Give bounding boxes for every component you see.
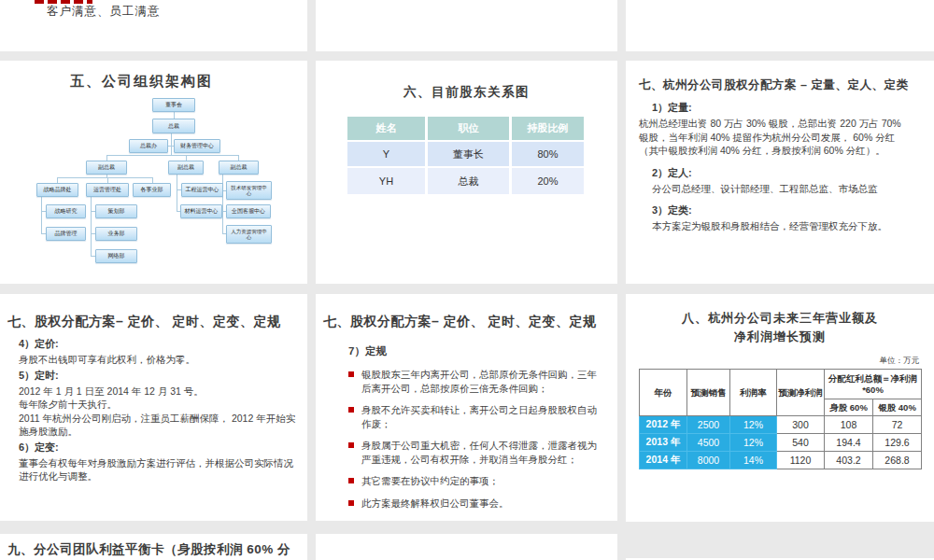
column-subheader: 身股 60%: [825, 399, 873, 416]
table-cell: 20%: [512, 168, 584, 194]
table-cell: 2013 年: [640, 434, 687, 452]
item-heading: 6）定变:: [19, 441, 298, 455]
org-node-network-dept[interactable]: 网络部: [95, 249, 137, 263]
table-cell: 12%: [730, 434, 777, 452]
org-node-strategy-research[interactable]: 战略研究: [46, 204, 86, 218]
slide-title: 七、股权分配方案– 定价、 定时、定变、定规: [323, 313, 610, 329]
table-cell: Y: [347, 142, 425, 166]
item-body: 董事会有权每年对身股激励方案进行评估，并根据公司实际情况进行优化与调整。: [19, 456, 298, 483]
list-item: 其它需要在协议中约定的事项；: [348, 474, 604, 488]
org-node-brand-mgmt[interactable]: 品牌管理: [46, 227, 86, 241]
slide-title: 七、股权分配方案– 定价、 定时、定变、定规: [7, 313, 300, 329]
column-header: 年份: [640, 370, 687, 416]
org-node-hr-center[interactable]: 人力资源管理中心: [226, 225, 272, 244]
item-heading: 7）定规: [348, 344, 617, 358]
org-node-tech-rd-center[interactable]: 技术研发管理中心: [226, 181, 272, 200]
slide-thumbnail-balance-card[interactable]: 九、分公司团队利益平衡卡（身股按利润 60% 分: [0, 534, 307, 560]
table-cell: 72: [873, 416, 922, 434]
bullet-square-icon: [348, 371, 354, 377]
org-node-business-units[interactable]: 各事业部: [133, 183, 171, 197]
org-node-president-office[interactable]: 总裁办: [129, 139, 168, 153]
column-header-group: 分配红利总额＝净利润*60%: [825, 370, 922, 399]
slide-title: 七、杭州分公司股权分配方案 – 定量、定人、定类: [639, 77, 925, 92]
slide-thumbnail-plan-quantity[interactable]: 七、杭州分公司股权分配方案 – 定量、定人、定类 1）定量: 杭州总经理出资 8…: [626, 61, 934, 284]
org-node-national-service[interactable]: 全国客服中心: [226, 204, 271, 218]
table-cell: 4500: [687, 434, 730, 452]
table-row: 2012 年 2500 12% 300 108 72: [640, 416, 922, 434]
bullet-text: 身股不允许买卖和转让，离开公司之日起身股股权自动作废；: [361, 403, 604, 430]
org-connector: [57, 177, 153, 178]
table-cell: 1120: [777, 452, 825, 469]
org-node-vp3[interactable]: 副总裁: [219, 161, 259, 175]
table-cell: 540: [777, 434, 825, 452]
org-connector: [171, 133, 172, 155]
org-node-president[interactable]: 总裁: [152, 119, 195, 133]
org-node-operations-mgmt[interactable]: 运营管理处: [86, 183, 129, 197]
item-body: 2012 年 1 月 1 日至 2014 年 12 月 31 号。 每年除夕前十…: [19, 385, 298, 439]
mission-text: 客户满意、员工满意: [47, 4, 161, 20]
item-heading: 5）定时:: [19, 369, 298, 383]
org-connector: [106, 155, 239, 156]
bullet-text: 身股属于公司重大机密，任何人不得泄露，泄露者视为严重违规，公司有权开除，并取消当…: [361, 439, 604, 466]
item-body: 本方案定为银股和身股相结合，经营管理权充分下放。: [652, 219, 923, 233]
org-node-planning-dept[interactable]: 策划部: [95, 204, 137, 218]
bullet-square-icon: [348, 500, 354, 506]
list-item: 银股股东三年内离开公司，总部原价无条件回购，三年后离开公司，总部按原价三倍无条件…: [348, 368, 604, 395]
org-connector: [91, 197, 92, 256]
table-cell: 403.2: [825, 452, 873, 469]
bullet-square-icon: [348, 407, 354, 413]
org-node-engineering-center[interactable]: 工程运营中心: [181, 183, 223, 197]
org-node-materials-center[interactable]: 材料运营中心: [180, 204, 222, 218]
slide-title: 八、杭州分公司未来三年营业额及 净利润增长预测: [626, 309, 934, 346]
column-header: 利润率: [730, 370, 777, 416]
slide-thumbnail-mission[interactable]: 客户满意、员工满意: [0, 0, 307, 51]
column-header: 预测销售: [687, 370, 730, 416]
slide-thumbnail-blank-3[interactable]: [316, 534, 617, 560]
org-node-finance-center[interactable]: 财务管理中心: [174, 139, 220, 153]
org-node-business-dept[interactable]: 业务部: [95, 227, 137, 241]
table-cell: 2014 年: [640, 452, 687, 469]
unit-label: 单位：万元: [880, 356, 920, 367]
list-item: 身股属于公司重大机密，任何人不得泄露，泄露者视为严重违规，公司有权开除，并取消当…: [348, 439, 604, 466]
item-heading: 2）定人:: [652, 166, 923, 180]
item-body: 身股不出钱即可享有此权利，价格为零。: [19, 353, 298, 367]
bullet-square-icon: [348, 442, 354, 448]
bullet-text: 银股股东三年内离开公司，总部原价无条件回购，三年后离开公司，总部按原价三倍无条件…: [361, 368, 604, 395]
bullet-text: 其它需要在协议中约定的事项；: [361, 474, 499, 488]
shareholders-table: 姓名 职位 持股比例 Y 董事长 80% YH 总裁 20%: [347, 117, 584, 194]
slide-thumbnail-blank-2[interactable]: [626, 0, 934, 51]
forecast-table: 年份 预测销售 利润率 预测净利润 分配红利总额＝净利润*60% 身股 60% …: [639, 369, 922, 469]
slide-title-line2: 净利润增长预测: [626, 328, 934, 346]
column-header: 职位: [428, 117, 509, 140]
slide-thumbnail-org-chart[interactable]: 五、公司组织架构图 董事会 总裁 总裁办 财务管理中心 副总裁 副: [0, 61, 307, 284]
table-cell: 268.8: [873, 452, 922, 469]
column-header: 姓名: [347, 117, 425, 140]
org-node-board[interactable]: 董事会: [152, 98, 195, 112]
slide-title-line1: 八、杭州分公司未来三年营业额及: [626, 309, 934, 328]
table-cell: 2012 年: [640, 416, 687, 434]
item-heading: 1）定量:: [652, 101, 923, 115]
table-cell: 12%: [730, 416, 777, 434]
org-node-vp1[interactable]: 副总裁: [86, 161, 127, 175]
org-node-vp2[interactable]: 副总裁: [168, 161, 204, 175]
table-cell: YH: [347, 168, 425, 194]
slide-thumbnail-blank-1[interactable]: [316, 0, 617, 51]
list-item: 此方案最终解释权归公司董事会。: [348, 497, 604, 511]
org-node-strategy-brand[interactable]: 战略品牌处: [36, 183, 78, 197]
item-body: 杭州总经理出资 80 万占 30% 银股，总部出资 220 万占 70% 银股，…: [639, 117, 923, 158]
org-connector: [41, 197, 42, 234]
slide-thumbnail-plan-pricing[interactable]: 七、股权分配方案– 定价、 定时、定变、定规 4）定价: 身股不出钱即可享有此权…: [0, 294, 307, 521]
org-connector: [177, 175, 177, 212]
slide-thumbnail-shareholders[interactable]: 六、目前股东关系图 姓名 职位 持股比例 Y 董事长 80% YH 总裁 20%: [316, 61, 617, 284]
item-heading: 3）定类:: [652, 203, 923, 217]
item-body: 分公司总经理、设计部经理、工程部总监、市场总监: [652, 182, 923, 196]
slide-thumbnail-forecast[interactable]: 八、杭州分公司未来三年营业额及 净利润增长预测 单位：万元 年份 预测销售 利润…: [626, 294, 934, 522]
org-connector: [174, 112, 175, 119]
table-cell: 194.4: [825, 434, 873, 452]
slide-thumbnail-plan-rules[interactable]: 七、股权分配方案– 定价、 定时、定变、定规 7）定规 银股股东三年内离开公司，…: [316, 294, 617, 521]
slide-title: 六、目前股东关系图: [316, 84, 617, 101]
slide-title: 九、分公司团队利益平衡卡（身股按利润 60% 分: [7, 541, 290, 558]
bullet-text: 此方案最终解释权归公司董事会。: [361, 497, 509, 511]
table-cell: 129.6: [873, 434, 922, 452]
table-cell: 2500: [687, 416, 730, 434]
